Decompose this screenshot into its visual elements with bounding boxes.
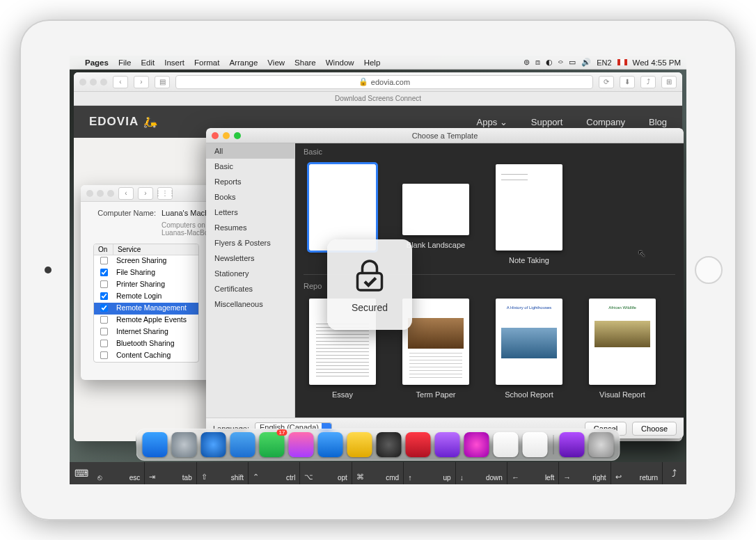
dock-transmit-icon[interactable] <box>347 432 372 457</box>
template-thumbnail[interactable] <box>496 164 562 251</box>
dock-pink-app-icon[interactable] <box>464 432 489 457</box>
dock-settings-icon[interactable] <box>377 432 402 457</box>
category-miscellaneous[interactable]: Miscellaneous <box>206 296 294 312</box>
service-row[interactable]: Remote Login <box>94 291 198 303</box>
category-flyers-posters[interactable]: Flyers & Posters <box>206 235 294 251</box>
menu-help[interactable]: Help <box>364 58 381 67</box>
nav-blog[interactable]: Blog <box>649 117 667 127</box>
category-reports[interactable]: Reports <box>206 174 294 189</box>
service-row[interactable]: Screen Sharing <box>94 255 198 267</box>
category-books[interactable]: Books <box>206 189 294 205</box>
key-right[interactable]: →right <box>559 462 611 484</box>
template-thumbnail[interactable] <box>402 184 469 235</box>
template-note-taking[interactable]: Note Taking <box>494 164 564 264</box>
volume-icon[interactable]: 🔊 <box>581 58 591 67</box>
user-icon[interactable]: ◐ <box>546 58 553 67</box>
nav-company[interactable]: Company <box>586 117 625 127</box>
key-left[interactable]: ←left <box>507 462 559 484</box>
dock-notes-icon[interactable] <box>494 432 519 457</box>
service-checkbox[interactable] <box>100 257 107 264</box>
template-thumbnail[interactable] <box>402 299 469 385</box>
display-icon[interactable]: ▭ <box>569 58 576 67</box>
zoom-icon[interactable] <box>234 132 241 139</box>
syspref-forward-button[interactable]: › <box>138 187 153 200</box>
menubar-app-name[interactable]: Pages <box>85 58 109 67</box>
service-checkbox[interactable] <box>100 328 107 335</box>
safari-share-button[interactable]: ⤴ <box>640 76 656 88</box>
service-row[interactable]: Content Caching <box>94 350 198 362</box>
menu-format[interactable]: Format <box>194 58 219 67</box>
service-row[interactable]: Internet Sharing <box>94 326 198 338</box>
safari-forward-button[interactable]: › <box>134 76 149 88</box>
airdrop-icon[interactable]: ⊚ <box>523 58 530 67</box>
safari-address-bar[interactable]: 🔒 edovia.com <box>175 75 593 89</box>
category-resumes[interactable]: Resumes <box>206 220 294 235</box>
ipad-home-button[interactable] <box>695 256 723 284</box>
dock-purple-app-icon[interactable] <box>435 432 460 457</box>
keyboard-toggle-icon[interactable]: ⌨ <box>70 462 93 484</box>
dock-launchpad-icon[interactable] <box>172 432 197 457</box>
screens-share-icon[interactable]: ⤴ <box>663 462 686 484</box>
dock-music-icon[interactable] <box>289 432 314 457</box>
menubar-clock[interactable]: Wed 4:55 PM <box>633 58 681 67</box>
dock-appstore-icon[interactable] <box>318 432 343 457</box>
category-newsletters[interactable]: Newsletters <box>206 251 294 266</box>
service-checkbox[interactable] <box>100 340 107 347</box>
menu-arrange[interactable]: Arrange <box>229 58 258 67</box>
service-checkbox[interactable] <box>100 292 107 300</box>
service-checkbox[interactable] <box>100 280 107 288</box>
service-checkbox[interactable] <box>100 351 107 359</box>
syspref-traffic-lights[interactable] <box>86 190 114 197</box>
service-checkbox[interactable] <box>100 269 107 276</box>
category-stationery[interactable]: Stationery <box>206 266 294 281</box>
dock-mail-icon[interactable] <box>230 432 255 457</box>
service-row[interactable]: Printer Sharing <box>94 279 198 291</box>
service-row[interactable]: Bluetooth Sharing <box>94 338 198 350</box>
wifi-icon[interactable]: ⌔ <box>558 58 563 67</box>
key-shift[interactable]: ⇧shift <box>197 462 249 484</box>
template-school-report[interactable]: School Report <box>494 299 564 399</box>
key-ctrl[interactable]: ⌃ctrl <box>249 462 300 484</box>
key-opt[interactable]: ⌥opt <box>300 462 352 484</box>
dock-folder-icon[interactable] <box>560 432 585 457</box>
menu-insert[interactable]: Insert <box>164 58 184 67</box>
service-checkbox[interactable] <box>100 304 107 312</box>
safari-back-button[interactable]: ‹ <box>113 76 128 88</box>
edovia-logo[interactable]: EDOVIA 🛵 <box>89 115 158 129</box>
menu-share[interactable]: Share <box>294 58 316 67</box>
service-row[interactable]: File Sharing <box>94 267 198 279</box>
nav-apps[interactable]: Apps ⌄ <box>477 117 507 127</box>
key-return[interactable]: ↩return <box>611 462 663 484</box>
menu-view[interactable]: View <box>267 58 285 67</box>
minimize-icon[interactable] <box>223 132 230 139</box>
dock-screens-icon[interactable] <box>406 432 431 457</box>
service-row[interactable]: Remote Apple Events <box>94 315 198 326</box>
template-thumbnail[interactable] <box>589 299 656 385</box>
safari-sidebar-button[interactable]: ▤ <box>155 76 170 88</box>
close-icon[interactable] <box>212 132 219 139</box>
category-certificates[interactable]: Certificates <box>206 281 294 296</box>
safari-reload-button[interactable]: ⟳ <box>599 76 614 88</box>
safari-tabs-button[interactable]: ⊞ <box>661 76 677 88</box>
battery-label[interactable]: EN2 <box>597 58 611 67</box>
template-thumbnail[interactable] <box>309 164 376 251</box>
menu-file[interactable]: File <box>118 58 132 67</box>
nav-support[interactable]: Support <box>531 117 563 127</box>
key-up[interactable]: ↑up <box>404 462 455 484</box>
service-row[interactable]: Remote Management <box>94 303 198 315</box>
choose-button[interactable]: Choose <box>632 422 677 436</box>
key-tab[interactable]: ⇥tab <box>145 462 196 484</box>
pages-traffic-lights[interactable] <box>212 132 241 139</box>
template-visual-report[interactable]: Visual Report <box>588 299 657 399</box>
input-source-flag-icon[interactable] <box>617 59 627 65</box>
category-all[interactable]: All <box>206 143 294 159</box>
syspref-back-button[interactable]: ‹ <box>118 187 134 200</box>
safari-tab-title[interactable]: Download Screens Connect <box>335 95 421 102</box>
dropbox-icon[interactable]: ⧈ <box>535 58 540 67</box>
key-cmd[interactable]: ⌘cmd <box>352 462 404 484</box>
key-down[interactable]: ↓down <box>456 462 507 484</box>
dock-finder-icon[interactable] <box>143 432 168 457</box>
dock-pages-icon[interactable] <box>523 432 548 457</box>
safari-traffic-lights[interactable] <box>79 79 107 86</box>
dock-messages-icon[interactable] <box>260 432 285 457</box>
